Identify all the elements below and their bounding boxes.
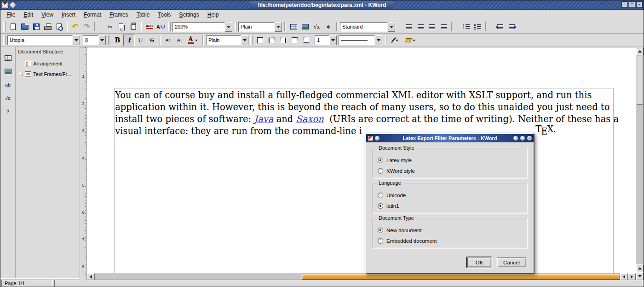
horizontal-scroll-thumb[interactable] xyxy=(302,274,620,280)
toolbar-handle[interactable] xyxy=(250,35,253,45)
radio-icon[interactable] xyxy=(378,193,383,198)
stylist-combobox[interactable]: Standard xyxy=(340,22,395,32)
decrease-font-button[interactable]: A↓ xyxy=(174,35,185,46)
scroll-down-button[interactable] xyxy=(636,272,644,280)
radio-new-document[interactable]: New document xyxy=(378,225,527,235)
radio-latin1[interactable]: latin1 xyxy=(378,200,527,211)
font-size-combobox[interactable]: 8 xyxy=(83,35,106,45)
font-size-dropdown-button[interactable] xyxy=(98,35,106,45)
vertical-scrollbar[interactable] xyxy=(636,47,644,280)
tool-insert-text-frame[interactable]: ab xyxy=(2,79,14,91)
minimize-button[interactable]: – xyxy=(621,1,628,8)
dialog-minimize-button[interactable] xyxy=(513,135,518,141)
tool-insert-table[interactable] xyxy=(2,52,14,64)
dialog-titlebar[interactable]: Latex Export Filter Parameters - KWord × xyxy=(366,134,534,142)
horizontal-scrollbar[interactable] xyxy=(87,273,636,280)
dialog-help-button[interactable] xyxy=(374,135,380,141)
toolbar-handle[interactable] xyxy=(202,35,204,45)
tree-item-text-frames[interactable]: + ab Text Frames/Fr... xyxy=(16,69,80,79)
paragraph-style-combobox[interactable]: Plain xyxy=(238,22,282,32)
scroll-left-button[interactable] xyxy=(87,273,95,280)
radio-icon[interactable] xyxy=(378,168,383,174)
dialog-close-button[interactable]: × xyxy=(527,135,532,141)
ok-button[interactable]: OK xyxy=(467,258,491,267)
window-menu-button[interactable] xyxy=(2,2,8,8)
paragraph-style-value[interactable]: Plain xyxy=(238,22,275,32)
decrease-indent-button[interactable] xyxy=(494,21,506,33)
expander-icon[interactable]: + xyxy=(19,72,23,76)
tree-item-arrangement[interactable]: Arrangement xyxy=(16,58,80,69)
scroll-right-button[interactable] xyxy=(628,273,636,280)
link-saxon[interactable]: Saxon xyxy=(296,114,324,124)
align-right-button[interactable] xyxy=(426,21,438,33)
titlebar[interactable]: file:/home/peter/doc/beginlatex/para.xml… xyxy=(0,0,644,10)
font-family-value[interactable]: Utopia xyxy=(7,35,73,45)
sticky-button[interactable] xyxy=(10,2,16,8)
underline-button[interactable]: U xyxy=(135,35,146,46)
zoom-combobox[interactable]: 200% xyxy=(172,22,232,32)
toolbar-handle[interactable] xyxy=(3,35,6,45)
menu-view[interactable]: View xyxy=(37,10,58,20)
radio-unicode[interactable]: Unicode xyxy=(378,190,527,200)
vertical-ruler[interactable]: 12345678 xyxy=(80,47,87,280)
align-left-button[interactable] xyxy=(403,21,415,33)
toolbar-handle[interactable] xyxy=(168,22,171,31)
cancel-button[interactable]: Cancel xyxy=(497,258,526,267)
increase-indent-button[interactable] xyxy=(506,21,518,33)
menu-table[interactable]: Table xyxy=(132,10,154,20)
paragraph-style-dropdown-button[interactable] xyxy=(275,22,282,32)
font-family-dropdown-button[interactable] xyxy=(73,35,80,45)
menu-help[interactable]: Help xyxy=(203,10,223,20)
menu-insert[interactable]: Insert xyxy=(58,10,80,20)
tool-insert-formula[interactable]: √x xyxy=(2,92,14,104)
border-color-button[interactable] xyxy=(388,35,403,46)
strikethrough-button[interactable]: S xyxy=(146,35,158,46)
bulleted-list-button[interactable] xyxy=(472,21,483,33)
insert-object-button[interactable]: ◆ xyxy=(322,21,334,33)
font-size-value[interactable]: 8 xyxy=(83,35,98,45)
scroll-up-button-2[interactable] xyxy=(636,264,644,272)
horizontal-scroll-track[interactable] xyxy=(95,273,620,280)
link-java[interactable]: Java xyxy=(254,114,273,124)
increase-font-button[interactable]: A↑ xyxy=(162,35,174,46)
radio-icon[interactable] xyxy=(378,228,383,233)
copy-button[interactable] xyxy=(116,21,127,33)
border-outline-button[interactable] xyxy=(254,35,266,46)
font-family-combobox[interactable]: Utopia xyxy=(7,35,80,45)
radio-icon[interactable] xyxy=(378,203,383,209)
border-style-combobox[interactable] xyxy=(339,35,382,45)
background-color-button[interactable] xyxy=(403,35,418,46)
save-button[interactable] xyxy=(30,21,42,33)
border-right-button[interactable] xyxy=(277,35,289,46)
radio-icon[interactable] xyxy=(378,158,383,163)
character-style-dropdown-button[interactable] xyxy=(241,35,248,45)
radio-embedded-document[interactable]: Embedded document xyxy=(378,235,527,246)
redo-button[interactable]: ↷ xyxy=(81,21,92,33)
border-bottom-button[interactable] xyxy=(300,35,312,46)
maximize-button[interactable]: □ xyxy=(629,1,635,8)
vertical-scroll-thumb[interactable] xyxy=(637,56,643,105)
toolbar-handle[interactable] xyxy=(108,35,110,45)
spellcheck-button[interactable]: ABC xyxy=(144,21,155,33)
align-justify-button[interactable] xyxy=(438,21,449,33)
zoom-dropdown-button[interactable] xyxy=(225,22,232,32)
insert-table-button[interactable] xyxy=(288,21,299,33)
italic-button[interactable]: I xyxy=(123,35,135,46)
print-button[interactable] xyxy=(42,21,53,33)
border-left-button[interactable] xyxy=(266,35,277,46)
font-color-button[interactable]: A xyxy=(185,35,200,46)
menu-frames[interactable]: Frames xyxy=(105,10,132,20)
menu-tools[interactable]: Tools xyxy=(154,10,175,20)
dialog-maximize-button[interactable] xyxy=(520,135,525,141)
menu-settings[interactable]: Settings xyxy=(175,10,203,20)
scroll-left-button-2[interactable] xyxy=(620,273,628,280)
radio-latex-style[interactable]: Latex style xyxy=(378,155,527,165)
border-width-combobox[interactable]: 1 xyxy=(315,35,337,45)
bold-button[interactable]: B xyxy=(112,35,123,46)
border-width-value[interactable]: 1 xyxy=(315,35,329,45)
toolbar-handle[interactable] xyxy=(384,35,386,45)
vertical-scroll-track[interactable] xyxy=(636,55,644,264)
print-preview-button[interactable] xyxy=(53,21,65,33)
close-button[interactable]: × xyxy=(636,1,643,8)
autocorrect-button[interactable]: A xyxy=(155,21,167,33)
